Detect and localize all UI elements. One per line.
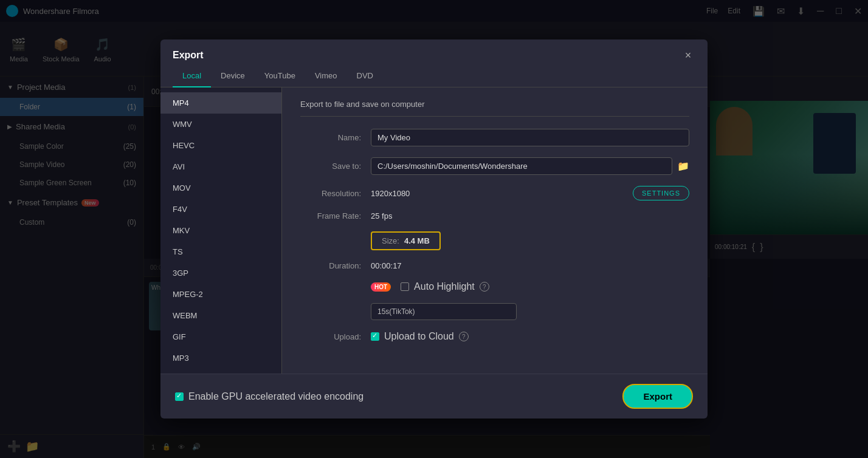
- frame-rate-row: Frame Rate: 25 fps: [300, 211, 689, 220]
- format-mp4[interactable]: MP4: [160, 92, 281, 114]
- size-label: Size:: [382, 236, 399, 245]
- settings-button[interactable]: SETTINGS: [633, 186, 689, 200]
- format-mkv[interactable]: MKV: [160, 220, 281, 241]
- duration-value: 00:00:17: [371, 261, 689, 270]
- frame-rate-value: 25 fps: [371, 211, 689, 220]
- hot-badge: HOT: [371, 282, 391, 292]
- export-button[interactable]: Export: [622, 384, 693, 409]
- export-modal-overlay: Export × Local Device YouTube Vimeo DVD …: [0, 0, 868, 458]
- save-to-path: C:/Users/moshin/Documents/Wondershare: [371, 157, 672, 175]
- format-hevc[interactable]: HEVC: [160, 135, 281, 156]
- modal-header: Export ×: [160, 39, 708, 63]
- footer-gpu-option: Enable GPU accelerated video encoding: [175, 391, 363, 402]
- size-value: 4.4 MB: [404, 236, 430, 245]
- tiktok-dropdown[interactable]: 15s(TikTok): [371, 303, 517, 320]
- save-to-label: Save to:: [300, 162, 361, 171]
- export-settings: Export to file and save on computer Name…: [282, 87, 708, 374]
- upload-row: Upload: Upload to Cloud ?: [300, 331, 689, 342]
- frame-rate-label: Frame Rate:: [300, 211, 361, 220]
- upload-label: Upload:: [300, 332, 361, 341]
- auto-highlight-label: Auto Highlight: [414, 281, 475, 292]
- export-modal: Export × Local Device YouTube Vimeo DVD …: [160, 39, 708, 419]
- resolution-label: Resolution:: [300, 189, 361, 198]
- format-gif[interactable]: GIF: [160, 326, 281, 347]
- format-wmv[interactable]: WMV: [160, 114, 281, 135]
- gpu-checkbox[interactable]: [175, 392, 184, 401]
- tab-youtube[interactable]: YouTube: [255, 65, 305, 87]
- format-3gp[interactable]: 3GP: [160, 262, 281, 284]
- upload-cloud-label: Upload to Cloud: [384, 331, 454, 342]
- modal-body: MP4 WMV HEVC AVI MOV F4V MKV TS 3GP MPEG…: [160, 87, 708, 374]
- modal-footer: Enable GPU accelerated video encoding Ex…: [160, 374, 708, 419]
- format-f4v[interactable]: F4V: [160, 199, 281, 220]
- modal-title: Export: [173, 50, 204, 61]
- modal-close-button[interactable]: ×: [681, 48, 695, 63]
- upload-cloud-checkbox[interactable]: [371, 332, 379, 341]
- resolution-value: 1920x1080: [371, 189, 633, 198]
- tab-dvd[interactable]: DVD: [347, 65, 383, 87]
- size-row: Size: 4.4 MB: [300, 231, 689, 250]
- save-to-row: Save to: C:/Users/moshin/Documents/Wonde…: [300, 157, 689, 175]
- name-row: Name:: [300, 129, 689, 146]
- format-mp3[interactable]: MP3: [160, 347, 281, 369]
- export-header-text: Export to file and save on computer: [300, 100, 689, 117]
- auto-highlight-checkbox[interactable]: [401, 282, 409, 291]
- format-mov[interactable]: MOV: [160, 177, 281, 199]
- size-box: Size: 4.4 MB: [371, 231, 441, 250]
- gpu-label: Enable GPU accelerated video encoding: [188, 391, 363, 402]
- name-label: Name:: [300, 133, 361, 142]
- resolution-row: Resolution: 1920x1080 SETTINGS: [300, 186, 689, 200]
- tab-local[interactable]: Local: [173, 65, 211, 87]
- tiktok-row: 15s(TikTok): [300, 303, 689, 320]
- format-webm[interactable]: WEBM: [160, 305, 281, 326]
- format-avi[interactable]: AVI: [160, 156, 281, 177]
- modal-tabs: Local Device YouTube Vimeo DVD: [160, 65, 708, 87]
- format-mpeg2[interactable]: MPEG-2: [160, 284, 281, 305]
- duration-label: Duration:: [300, 261, 361, 270]
- folder-browse-icon[interactable]: 📁: [677, 160, 689, 172]
- duration-row: Duration: 00:00:17: [300, 261, 689, 270]
- tab-vimeo[interactable]: Vimeo: [305, 65, 347, 87]
- format-ts[interactable]: TS: [160, 241, 281, 262]
- format-list: MP4 WMV HEVC AVI MOV F4V MKV TS 3GP MPEG…: [160, 87, 282, 374]
- upload-info-icon[interactable]: ?: [459, 332, 469, 341]
- name-input[interactable]: [371, 129, 689, 146]
- auto-highlight-info-icon[interactable]: ?: [480, 282, 489, 292]
- auto-highlight-row: HOT Auto Highlight ?: [300, 281, 689, 292]
- tab-device[interactable]: Device: [211, 65, 255, 87]
